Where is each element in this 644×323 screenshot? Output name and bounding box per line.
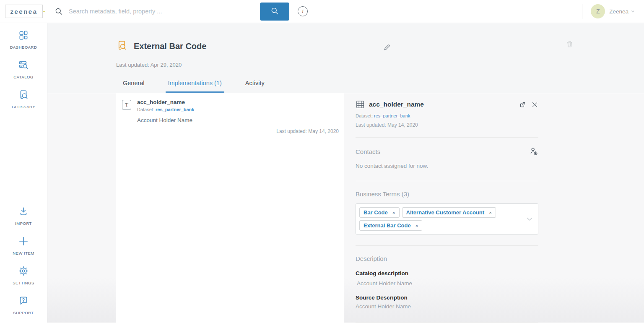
logo-text: zeenea — [10, 8, 37, 15]
info-icon[interactable]: i — [298, 6, 308, 16]
catalog-description-value: Account Holder Name — [356, 280, 538, 287]
add-contact-button[interactable] — [529, 147, 538, 156]
pencil-icon — [383, 43, 391, 52]
business-terms-select[interactable]: Bar Code × Alternative Customer Account … — [356, 203, 538, 234]
glossary-item-icon — [116, 40, 127, 53]
page-header: External Bar Code Last updated: Apr 29, … — [47, 23, 644, 93]
business-term-tag: Alternative Customer Account × — [402, 207, 496, 218]
sidebar-label-import: IMPORT — [15, 221, 32, 226]
search-button-icon — [270, 7, 279, 16]
edit-button[interactable] — [383, 43, 391, 53]
description-heading: Description — [356, 255, 387, 262]
glossary-icon — [18, 89, 29, 102]
sidebar-item-dashboard[interactable]: DASHBOARD — [0, 30, 47, 49]
catalog-icon — [18, 60, 29, 72]
dataset-label: Dataset: — [137, 107, 154, 112]
plus-icon — [18, 236, 29, 248]
trash-icon — [566, 40, 574, 48]
avatar[interactable]: Z — [591, 4, 605, 18]
tag-label: Bar Code — [364, 209, 388, 216]
close-icon — [531, 101, 538, 108]
detail-last-updated: Last updated: May 14, 2020 — [356, 122, 538, 128]
sidebar-item-support[interactable]: SUPPORT — [0, 295, 47, 315]
sidebar-item-new-item[interactable]: NEW ITEM — [0, 236, 47, 255]
detail-name: acc_holder_name — [369, 101, 424, 108]
user-menu[interactable]: Zeenea — [609, 8, 635, 15]
avatar-initial: Z — [596, 8, 600, 15]
sidebar-label-settings: SETTINGS — [13, 281, 34, 285]
implementation-name: acc_holder_name — [137, 99, 194, 105]
tab-general[interactable]: General — [120, 80, 147, 93]
search-icon — [55, 7, 63, 16]
sidebar-label-support: SUPPORT — [13, 310, 34, 315]
sidebar-label-catalog: CATALOG — [13, 75, 34, 79]
implementation-last-updated: Last updated: May 14, 2020 — [276, 128, 339, 134]
external-link-icon — [519, 101, 526, 108]
implementations-list: T acc_holder_name Dataset: res_partner_b… — [116, 93, 344, 323]
topbar: zeenea i Z Zeenea — [0, 0, 644, 23]
close-panel-button[interactable] — [531, 101, 538, 108]
sidebar-item-glossary[interactable]: GLOSSARY — [0, 89, 47, 109]
business-terms-heading: Business Terms (3) — [356, 190, 409, 198]
search-button[interactable] — [260, 3, 289, 21]
dataset-link[interactable]: res_partner_bank — [156, 107, 194, 112]
tag-label: Alternative Customer Account — [406, 209, 485, 216]
sidebar-label-glossary: GLOSSARY — [12, 104, 35, 109]
detail-dataset-link[interactable]: res_partner_bank — [374, 113, 410, 118]
table-field-icon — [356, 100, 365, 109]
sidebar-item-import[interactable]: IMPORT — [0, 206, 47, 226]
remove-tag-icon[interactable]: × — [489, 210, 492, 215]
contacts-empty-text: No contact assigned for now. — [356, 163, 538, 169]
remove-tag-icon[interactable]: × — [415, 223, 418, 228]
topbar-right: Z Zeenea — [582, 4, 635, 19]
contacts-heading: Contacts — [356, 148, 380, 155]
chevron-down-icon[interactable] — [525, 215, 534, 223]
topbar-divider — [582, 4, 582, 19]
main-area: External Bar Code Last updated: Apr 29, … — [47, 23, 644, 323]
divider — [356, 181, 538, 181]
source-description-label: Source Description — [356, 294, 538, 301]
delete-button[interactable] — [566, 40, 574, 49]
remove-tag-icon[interactable]: × — [392, 210, 395, 215]
field-type-icon: T — [122, 100, 131, 110]
catalog-description-label: Catalog description — [356, 270, 538, 276]
page-title: External Bar Code — [134, 42, 206, 51]
tab-implementations[interactable]: Implementations (1) — [166, 80, 224, 93]
content-area: T acc_holder_name Dataset: res_partner_b… — [47, 93, 644, 323]
tag-label: External Bar Code — [364, 222, 411, 229]
dashboard-icon — [18, 30, 29, 42]
business-term-tag: Bar Code × — [359, 207, 400, 218]
person-add-icon — [529, 147, 538, 156]
help-bubble-icon — [18, 295, 29, 308]
zeenea-logo[interactable]: zeenea — [5, 5, 43, 18]
source-description-value: Account Holder Name — [356, 303, 538, 310]
gear-icon — [18, 266, 29, 278]
detail-dataset-label: Dataset: — [356, 113, 373, 118]
sidebar: DASHBOARD CATALOG — [0, 23, 47, 323]
chevron-down-icon — [631, 9, 635, 13]
divider — [356, 137, 538, 138]
detail-panel: acc_holder_name — [356, 93, 538, 323]
divider — [356, 245, 538, 246]
page-last-updated: Last updated: Apr 29, 2020 — [116, 62, 182, 68]
implementation-description: Account Holder Name — [137, 117, 194, 123]
import-icon — [18, 206, 29, 219]
open-in-new-button[interactable] — [519, 101, 526, 108]
search-input[interactable] — [69, 8, 257, 15]
sidebar-item-catalog[interactable]: CATALOG — [0, 60, 47, 79]
tab-bar: General Implementations (1) Activity — [120, 80, 267, 93]
business-term-tag: External Bar Code × — [359, 220, 422, 231]
sidebar-item-settings[interactable]: SETTINGS — [0, 266, 47, 285]
tab-activity[interactable]: Activity — [243, 80, 267, 93]
divider — [356, 322, 538, 323]
user-name-label: Zeenea — [609, 8, 628, 15]
sidebar-label-new-item: NEW ITEM — [13, 251, 34, 255]
sidebar-label-dashboard: DASHBOARD — [10, 45, 37, 49]
implementation-list-item[interactable]: T acc_holder_name Dataset: res_partner_b… — [122, 99, 338, 123]
